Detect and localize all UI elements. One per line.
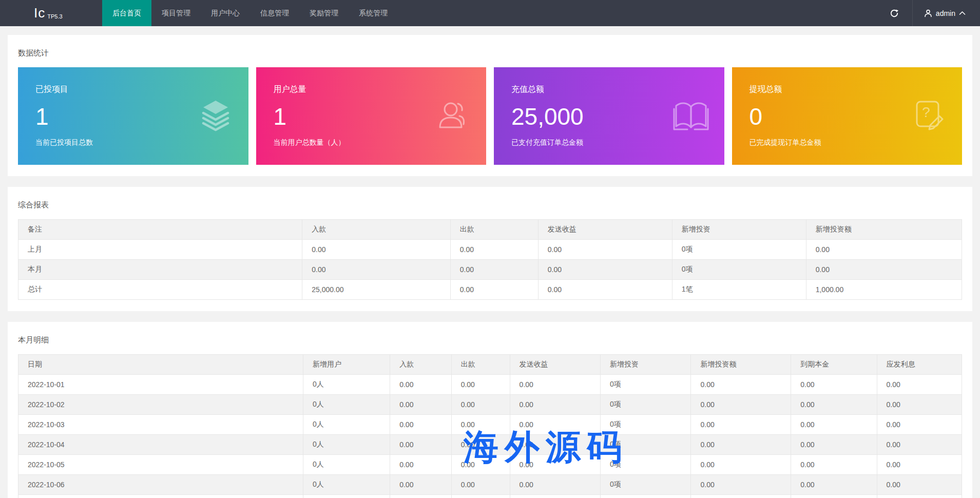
column-header: 入款 [390, 355, 451, 375]
table-cell: 0项 [601, 455, 691, 475]
table-cell: 0.00 [510, 415, 600, 435]
table-cell: 0.00 [451, 475, 510, 495]
table-row: 2022-10-040人0.000.000.000项0.000.000.00 [18, 435, 962, 455]
table-cell: 0.00 [390, 495, 451, 498]
table-cell: 0.00 [791, 435, 877, 455]
table-cell: 上月 [18, 240, 302, 260]
table-cell: 0.00 [538, 240, 672, 260]
column-header: 应发利息 [877, 355, 962, 375]
table-cell: 0.00 [877, 415, 962, 435]
table-cell: 0.00 [791, 475, 877, 495]
summary-report-panel: 综合报表 备注入款出款发送收益新增投资新增投资额上月0.000.000.000项… [8, 187, 972, 311]
table-cell: 0.00 [390, 435, 451, 455]
stat-card-title: 已投项目 [35, 85, 248, 93]
stat-card-subtitle: 当前用户总数量（人） [274, 139, 487, 146]
page-content: 数据统计 已投项目 1 当前已投项目总数 用户总量 1 当前用户总数量（人） [0, 26, 980, 498]
table-cell: 0.00 [302, 240, 451, 260]
stat-card-title: 用户总量 [274, 85, 487, 93]
table-cell: 0.00 [791, 375, 877, 395]
table-cell: 0.00 [390, 455, 451, 475]
question-doc-icon: ? [911, 98, 948, 135]
table-row: 2022-10-010人0.000.000.000项0.000.000.00 [18, 375, 962, 395]
table-cell: 0.00 [691, 495, 791, 498]
table-cell: 本月 [18, 260, 302, 280]
refresh-button[interactable] [876, 0, 913, 26]
top-navbar: Ic TP5.3 后台首页 项目管理 用户中心 信息管理 奖励管理 系统管理 a… [0, 0, 980, 26]
table-cell: 0.00 [691, 475, 791, 495]
nav-item-users[interactable]: 用户中心 [201, 0, 250, 26]
table-header-row: 日期新增用户入款出款发送收益新增投资新增投资额到期本金应发利息 [18, 355, 962, 375]
table-cell: 0.00 [450, 260, 538, 280]
stat-card-title: 充值总额 [511, 85, 724, 93]
table-cell: 0.00 [450, 280, 538, 300]
refresh-icon [890, 9, 899, 18]
table-cell: 1笔 [672, 280, 806, 300]
table-cell: 0项 [601, 395, 691, 415]
table-row: 2022-10-070人0.000.000.000项0.000.000.00 [18, 495, 962, 498]
logo-version: TP5.3 [47, 13, 62, 20]
table-cell: 0.00 [877, 475, 962, 495]
table-cell: 0.00 [791, 395, 877, 415]
nav-item-projects[interactable]: 项目管理 [151, 0, 201, 26]
stat-card-subtitle: 已完成提现订单总金额 [750, 139, 963, 146]
table-cell: 0.00 [451, 415, 510, 435]
table-cell: 25,000.00 [302, 280, 451, 300]
column-header: 新增投资 [672, 220, 806, 240]
table-row: 2022-10-060人0.000.000.000项0.000.000.00 [18, 475, 962, 495]
column-header: 备注 [18, 220, 302, 240]
users-icon [435, 98, 472, 135]
column-header: 发送收益 [510, 355, 600, 375]
table-cell: 0.00 [806, 240, 962, 260]
table-cell: 0人 [303, 495, 390, 498]
table-cell: 0.00 [390, 395, 451, 415]
app-logo[interactable]: Ic TP5.3 [0, 0, 102, 26]
navbar-right: admin [876, 0, 980, 26]
main-menu: 后台首页 项目管理 用户中心 信息管理 奖励管理 系统管理 [102, 0, 398, 26]
user-menu[interactable]: admin [913, 0, 980, 26]
layers-icon [197, 98, 234, 135]
stat-cards: 已投项目 1 当前已投项目总数 用户总量 1 当前用户总数量（人） [18, 67, 962, 165]
table-cell: 0人 [303, 435, 390, 455]
column-header: 出款 [451, 355, 510, 375]
nav-item-system[interactable]: 系统管理 [349, 0, 398, 26]
table-cell: 0项 [601, 495, 691, 498]
table-cell: 0.00 [791, 415, 877, 435]
table-cell: 0.00 [877, 395, 962, 415]
table-cell: 2022-10-01 [18, 375, 303, 395]
username: admin [936, 9, 955, 17]
summary-table: 备注入款出款发送收益新增投资新增投资额上月0.000.000.000项0.00本… [18, 219, 962, 300]
table-cell: 1,000.00 [806, 280, 962, 300]
nav-item-rewards[interactable]: 奖励管理 [299, 0, 349, 26]
stat-card-title: 提现总额 [750, 85, 963, 93]
nav-item-home[interactable]: 后台首页 [102, 0, 151, 26]
table-cell: 2022-10-06 [18, 475, 303, 495]
column-header: 新增投资 [601, 355, 691, 375]
table-cell: 0项 [601, 415, 691, 435]
column-header: 新增投资额 [806, 220, 962, 240]
table-cell: 0.00 [877, 495, 962, 498]
table-cell: 2022-10-04 [18, 435, 303, 455]
logo-text: Ic [34, 5, 45, 21]
table-cell: 0.00 [451, 455, 510, 475]
table-cell: 0.00 [691, 415, 791, 435]
table-cell: 0人 [303, 375, 390, 395]
table-cell: 0.00 [510, 455, 600, 475]
table-cell: 0.00 [806, 260, 962, 280]
table-cell: 0.00 [510, 435, 600, 455]
table-cell: 0人 [303, 395, 390, 415]
stat-card-invested-projects: 已投项目 1 当前已投项目总数 [18, 67, 248, 165]
column-header: 发送收益 [538, 220, 672, 240]
table-cell: 2022-10-07 [18, 495, 303, 498]
stats-section-title: 数据统计 [18, 35, 962, 67]
table-row: 2022-10-020人0.000.000.000项0.000.000.00 [18, 395, 962, 415]
table-cell: 0.00 [451, 375, 510, 395]
table-row: 总计25,000.000.000.001笔1,000.00 [18, 280, 962, 300]
table-row: 2022-10-050人0.000.000.000项0.000.000.00 [18, 455, 962, 475]
table-cell: 0.00 [691, 395, 791, 415]
column-header: 到期本金 [791, 355, 877, 375]
stat-card-total-recharge: 充值总额 25,000 已支付充值订单总金额 [494, 67, 724, 165]
stat-card-total-users: 用户总量 1 当前用户总数量（人） [256, 67, 487, 165]
nav-item-info[interactable]: 信息管理 [250, 0, 299, 26]
table-cell: 0.00 [538, 280, 672, 300]
table-cell: 0.00 [510, 395, 600, 415]
